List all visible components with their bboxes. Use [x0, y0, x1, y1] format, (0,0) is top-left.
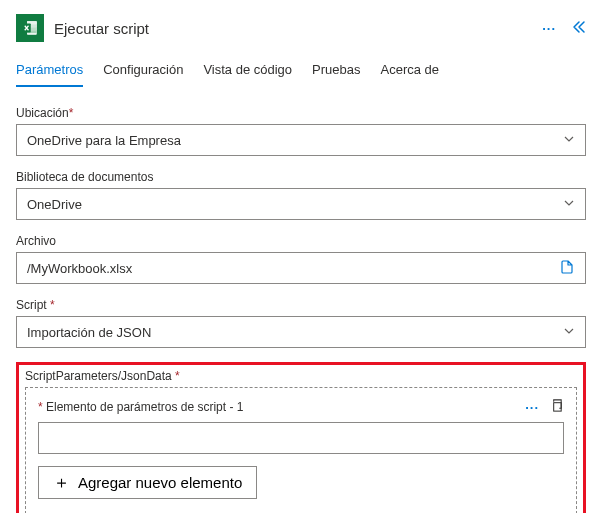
chevron-down-icon [563, 133, 575, 148]
tab-parametros[interactable]: Parámetros [16, 62, 83, 87]
excel-icon [16, 14, 44, 42]
param-item-input[interactable] [38, 422, 564, 454]
library-select[interactable]: OneDrive [16, 188, 586, 220]
collapse-icon[interactable] [570, 19, 586, 38]
svg-rect-6 [554, 403, 562, 411]
location-select[interactable]: OneDrive para la Empresa [16, 124, 586, 156]
file-label: Archivo [16, 234, 586, 248]
tab-configuracion[interactable]: Configuración [103, 62, 183, 87]
file-input[interactable]: /MyWorkbook.xlsx [16, 252, 586, 284]
script-value: Importación de JSON [27, 325, 151, 340]
add-element-label: Agregar nuevo elemento [78, 474, 242, 491]
panel-title: Ejecutar script [54, 20, 532, 37]
location-value: OneDrive para la Empresa [27, 133, 181, 148]
file-value: /MyWorkbook.xlsx [27, 261, 132, 276]
tab-acerca-de[interactable]: Acerca de [381, 62, 440, 87]
chevron-down-icon [563, 325, 575, 340]
script-select[interactable]: Importación de JSON [16, 316, 586, 348]
param-section-label: ScriptParameters/JsonData * [25, 369, 577, 383]
highlighted-section: ScriptParameters/JsonData * * Elemento d… [16, 362, 586, 513]
library-value: OneDrive [27, 197, 82, 212]
chevron-down-icon [563, 197, 575, 212]
add-element-button[interactable]: ＋ Agregar nuevo elemento [38, 466, 257, 499]
tabs-bar: Parámetros Configuración Vista de código… [16, 62, 586, 88]
more-actions-icon[interactable]: ··· [542, 21, 556, 36]
library-label: Biblioteca de documentos [16, 170, 586, 184]
param-item-more-icon[interactable]: ··· [525, 400, 539, 415]
plus-icon: ＋ [53, 474, 70, 491]
file-picker-icon[interactable] [559, 259, 575, 278]
param-array-container: * Elemento de parámetros de script - 1 ·… [25, 387, 577, 513]
script-label: Script * [16, 298, 586, 312]
param-item-label: * Elemento de parámetros de script - 1 [38, 400, 243, 414]
location-label: Ubicación* [16, 106, 586, 120]
copy-icon[interactable] [549, 398, 564, 416]
tab-pruebas[interactable]: Pruebas [312, 62, 360, 87]
tab-vista-codigo[interactable]: Vista de código [203, 62, 292, 87]
